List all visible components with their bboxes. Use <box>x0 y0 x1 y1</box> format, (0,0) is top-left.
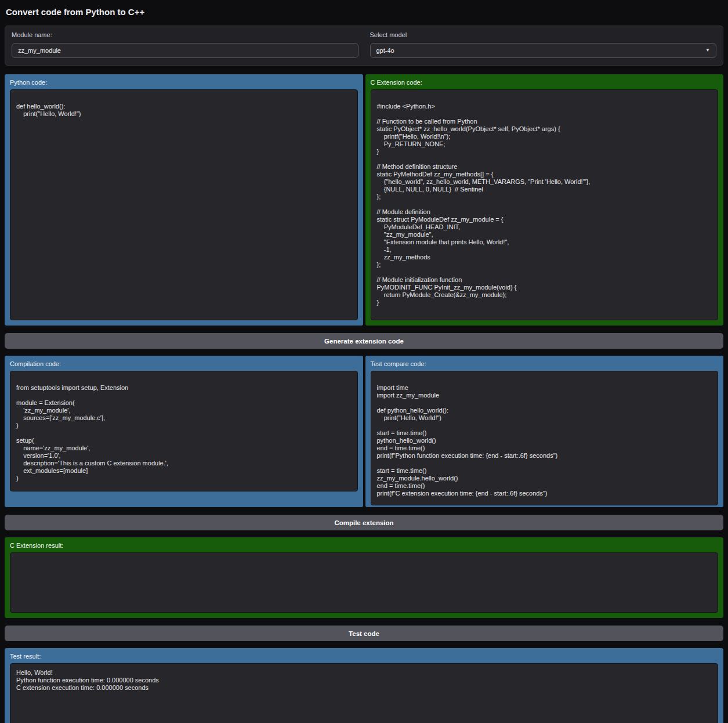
test-compare-code-label: Test compare code: <box>371 360 719 367</box>
compilation-code-panel: Compilation code: from setuptools import… <box>5 356 363 507</box>
module-name-input[interactable] <box>12 43 358 58</box>
test-code-button[interactable]: Test code <box>5 626 723 641</box>
c-extension-code-textarea[interactable]: #include <Python.h> // Function to be ca… <box>371 89 719 320</box>
config-panel: Module name: Select model gpt-4o ▼ <box>5 26 723 66</box>
python-code-label: Python code: <box>10 79 358 86</box>
page-title: Convert code from Python to C++ <box>6 7 723 17</box>
generate-extension-code-button[interactable]: Generate extension code <box>5 333 723 349</box>
model-dropdown[interactable]: gpt-4o ▼ <box>370 43 717 58</box>
python-code-panel: Python code: def hello_world(): print("H… <box>5 74 363 326</box>
code-row: Python code: def hello_world(): print("H… <box>5 74 723 326</box>
c-extension-result-label: C Extension result: <box>10 542 718 549</box>
chevron-down-icon: ▼ <box>705 48 710 53</box>
test-result-label: Test result: <box>10 653 718 660</box>
model-label: Select model <box>370 31 717 38</box>
test-result-panel: Test result: Hello, World! Python functi… <box>5 648 723 723</box>
module-name-group: Module name: <box>12 31 358 58</box>
test-compare-code-panel: Test compare code: import time import zz… <box>365 356 724 507</box>
model-dropdown-value: gpt-4o <box>376 47 394 54</box>
app: Convert code from Python to C++ Module n… <box>5 7 723 723</box>
c-extension-result-textarea[interactable] <box>10 552 718 613</box>
c-extension-result-panel: C Extension result: <box>5 537 723 618</box>
test-compare-code-textarea[interactable]: import time import zz_my_module def pyth… <box>371 371 719 505</box>
model-group: Select model gpt-4o ▼ <box>370 31 717 58</box>
compilation-code-textarea[interactable]: from setuptools import setup, Extension … <box>10 371 358 491</box>
c-extension-code-panel: C Extension code: #include <Python.h> //… <box>365 74 724 326</box>
compile-test-row: Compilation code: from setuptools import… <box>5 356 723 507</box>
module-name-label: Module name: <box>12 31 358 38</box>
compilation-code-label: Compilation code: <box>10 360 358 367</box>
test-result-textarea[interactable]: Hello, World! Python function execution … <box>10 663 718 723</box>
python-code-textarea[interactable]: def hello_world(): print("Hello, World!"… <box>10 89 358 320</box>
compile-extension-button[interactable]: Compile extension <box>5 515 723 530</box>
c-extension-code-label: C Extension code: <box>371 79 719 86</box>
